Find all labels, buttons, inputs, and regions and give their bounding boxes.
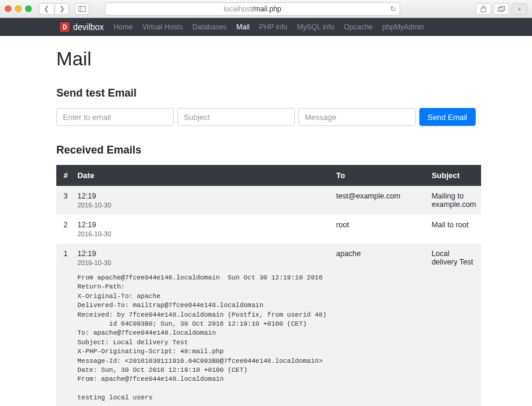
cell-date-value: 2016-10-30	[77, 230, 327, 237]
col-to: To	[331, 165, 427, 186]
send-email-button[interactable]: Send Email	[419, 108, 476, 126]
nav-databases[interactable]: Databases	[192, 23, 226, 31]
nav-home[interactable]: Home	[113, 23, 132, 31]
page-title: Mail	[56, 48, 476, 70]
main-content: Mail Send test Email Send Email Received…	[56, 36, 476, 406]
cell-num: 2	[56, 215, 72, 243]
forward-button[interactable]: ❯	[55, 3, 69, 15]
nav-virtual-hosts[interactable]: Virtual Hosts	[142, 23, 183, 31]
svg-rect-4	[498, 7, 503, 11]
window-controls	[5, 5, 32, 12]
cell-subject: Mailing to example.com	[427, 186, 480, 215]
cell-to: test@example.com	[331, 186, 427, 215]
nav-opcache[interactable]: Opcache	[344, 23, 373, 31]
col-subject: Subject	[427, 165, 480, 186]
browser-right-controls: +	[476, 3, 527, 15]
brand-text: devilbox	[73, 22, 104, 32]
cell-subject: Mail to root	[427, 215, 480, 243]
sidebar-toggle-button[interactable]	[75, 3, 89, 15]
back-button[interactable]: ❮	[39, 3, 53, 15]
minimize-window-button[interactable]	[15, 5, 22, 12]
cell-time: 12:19	[77, 192, 327, 200]
maximize-window-button[interactable]	[25, 5, 32, 12]
table-row[interactable]: 312:192016-10-30test@example.comMailing …	[56, 186, 481, 215]
message-input[interactable]	[298, 108, 416, 126]
share-button[interactable]	[476, 3, 491, 15]
close-window-button[interactable]	[5, 5, 11, 12]
panel-icon	[78, 6, 86, 12]
cell-num: 3	[56, 186, 72, 215]
cell-subject: Local delivery Test	[427, 243, 480, 406]
brand[interactable]: devilbox	[60, 22, 104, 32]
table-header-row: # Date To Subject	[56, 165, 481, 186]
main-nav: devilbox Home Virtual Hosts Databases Ma…	[0, 18, 532, 36]
svg-rect-0	[79, 6, 86, 11]
url-bar[interactable]: localhost/mail.php ↻	[105, 2, 400, 16]
cell-to: apache	[331, 243, 427, 406]
nav-mail[interactable]: Mail	[237, 23, 250, 31]
browser-nav-buttons: ❮ ❯	[39, 3, 69, 15]
subject-input[interactable]	[177, 108, 295, 126]
svg-rect-5	[500, 6, 505, 10]
send-email-form: Send Email	[56, 108, 476, 126]
reload-icon[interactable]: ↻	[390, 5, 396, 13]
nav-mysql-info[interactable]: MySQL info	[297, 23, 334, 31]
received-emails-heading: Received Emails	[56, 144, 476, 157]
cell-to: root	[331, 215, 427, 243]
col-date: Date	[72, 165, 331, 186]
tabs-icon	[498, 6, 505, 12]
table-row[interactable]: 212:192016-10-30rootMail to root	[56, 215, 481, 243]
cell-date: 12:192016-10-30From apache@7fcee044e148.…	[72, 243, 331, 406]
share-icon	[480, 5, 486, 13]
cell-date-value: 2016-10-30	[77, 259, 327, 266]
tabs-button[interactable]	[494, 3, 509, 15]
brand-icon	[60, 22, 69, 32]
cell-time: 12:19	[77, 221, 327, 229]
nav-php-info[interactable]: PHP info	[259, 23, 288, 31]
nav-phpmyadmin[interactable]: phpMyAdmin	[382, 23, 424, 31]
col-num: #	[56, 165, 72, 186]
new-tab-button[interactable]: +	[512, 3, 527, 15]
table-row[interactable]: 112:192016-10-30From apache@7fcee044e148…	[56, 243, 481, 406]
email-raw-body: From apache@7fcee044e148.localdomain Sun…	[77, 273, 327, 402]
cell-num: 1	[56, 243, 72, 406]
to-email-input[interactable]	[56, 108, 174, 126]
cell-date-value: 2016-10-30	[77, 202, 327, 209]
cell-date: 12:192016-10-30	[72, 186, 331, 215]
url-text: localhost/mail.php	[223, 5, 281, 13]
received-emails-table: # Date To Subject 312:192016-10-30test@e…	[56, 165, 481, 406]
send-email-heading: Send test Email	[56, 87, 476, 100]
browser-chrome: ❮ ❯ localhost/mail.php ↻ +	[0, 0, 532, 18]
cell-date: 12:192016-10-30	[72, 215, 331, 243]
cell-time: 12:19	[77, 249, 327, 258]
